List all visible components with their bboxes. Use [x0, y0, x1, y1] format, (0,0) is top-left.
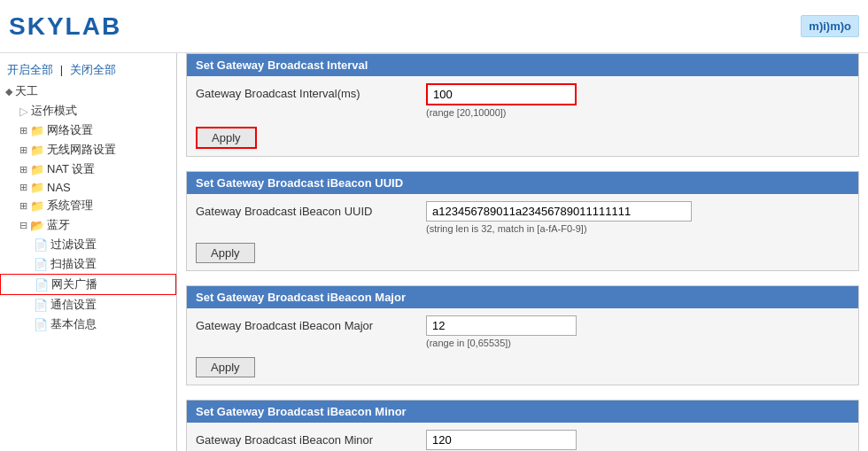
- sidebar-item-bluetooth[interactable]: ⊟ 📂 蓝牙: [0, 215, 176, 235]
- field-label-interval: Gateway Broadcast Interval(ms): [196, 83, 426, 100]
- expand-icon: ⊞: [19, 164, 27, 175]
- apply-button-interval[interactable]: Apply: [196, 127, 257, 149]
- field-label-minor: Gateway Broadcast iBeacon Minor: [196, 430, 426, 447]
- section-body-minor: Gateway Broadcast iBeacon Minor (range i…: [187, 423, 858, 451]
- section-header-minor: Set Gateway Broadcast iBeacon Minor: [187, 400, 858, 423]
- section-header-uuid: Set Gateway Broadcast iBeacon UUID: [187, 172, 858, 194]
- main-layout: 开启全部 | 关闭全部 ◆ 天工 ▷ 运作模式 ⊞ 📁 网络设置 ⊞ 📁 无线网…: [0, 53, 868, 451]
- field-label-major: Gateway Broadcast iBeacon Major: [196, 315, 426, 332]
- sidebar: 开启全部 | 关闭全部 ◆ 天工 ▷ 运作模式 ⊞ 📁 网络设置 ⊞ 📁 无线网…: [0, 53, 177, 451]
- mimo-badge: m)i)m)o: [801, 15, 859, 37]
- section-body-broadcast-interval: Gateway Broadcast Interval(ms) (range [2…: [187, 76, 858, 156]
- field-row-interval: Gateway Broadcast Interval(ms) (range [2…: [196, 83, 849, 118]
- major-input[interactable]: [426, 315, 577, 336]
- sidebar-item-label: 网络设置: [47, 122, 93, 138]
- sidebar-item-label: NAT 设置: [47, 161, 95, 177]
- sidebar-item-label: 过滤设置: [50, 237, 97, 253]
- sidebar-item-filter[interactable]: 📄 过滤设置: [0, 235, 176, 254]
- folder-icon: 📁: [30, 181, 44, 194]
- main-content: Set Gateway Broadcast Interval Gateway B…: [177, 53, 868, 451]
- sidebar-item-system[interactable]: ⊞ 📁 系统管理: [0, 196, 176, 215]
- section-ibeacon-uuid: Set Gateway Broadcast iBeacon UUID Gatew…: [186, 171, 859, 271]
- field-input-group-major: (range in [0,65535]): [426, 315, 577, 348]
- sidebar-item-label: 网关广播: [51, 276, 97, 292]
- sidebar-item-gateway-broadcast[interactable]: 📄 网关广播: [0, 274, 176, 295]
- sidebar-item-yunzuomoshi[interactable]: ▷ 运作模式: [0, 101, 176, 121]
- sidebar-toggle: 开启全部 | 关闭全部: [0, 58, 176, 82]
- folder-icon: 📁: [30, 124, 44, 137]
- section-ibeacon-minor: Set Gateway Broadcast iBeacon Minor Gate…: [186, 400, 859, 451]
- sidebar-item-nas[interactable]: ⊞ 📁 NAS: [0, 179, 176, 196]
- sidebar-item-label: 运作模式: [31, 103, 77, 119]
- sidebar-item-tiangong[interactable]: ◆ 天工: [0, 82, 176, 101]
- section-body-major: Gateway Broadcast iBeacon Major (range i…: [187, 308, 858, 385]
- page-icon: 📄: [34, 238, 48, 252]
- page-icon: 📄: [34, 258, 48, 271]
- sidebar-item-label: 基本信息: [50, 316, 97, 332]
- section-body-uuid: Gateway Broadcast iBeacon UUID (string l…: [187, 194, 858, 270]
- logo-text: SKYLAB: [9, 12, 121, 40]
- sidebar-item-scan[interactable]: 📄 扫描设置: [0, 254, 176, 274]
- page-icon: 📄: [35, 278, 49, 292]
- sidebar-item-label: 无线网路设置: [47, 142, 116, 158]
- sidebar-item-comm[interactable]: 📄 通信设置: [0, 295, 176, 315]
- open-all-link[interactable]: 开启全部: [7, 63, 53, 76]
- separator: |: [60, 63, 63, 76]
- sidebar-item-label: 天工: [15, 83, 38, 99]
- field-row-minor: Gateway Broadcast iBeacon Minor (range i…: [196, 430, 849, 451]
- root-icon: ◆: [5, 86, 12, 97]
- sidebar-item-label: NAS: [47, 181, 71, 194]
- folder-icon: 📁: [30, 199, 44, 213]
- apply-button-major[interactable]: Apply: [196, 357, 255, 377]
- field-row-uuid: Gateway Broadcast iBeacon UUID (string l…: [196, 201, 849, 234]
- close-all-link[interactable]: 关闭全部: [70, 63, 116, 76]
- app-header: SKYLAB m)i)m)o: [0, 0, 868, 53]
- sidebar-item-wireless[interactable]: ⊞ 📁 无线网路设置: [0, 140, 176, 159]
- folder-icon: 📂: [30, 219, 44, 232]
- folder-icon: 📁: [30, 163, 44, 176]
- sidebar-item-nat[interactable]: ⊞ 📁 NAT 设置: [0, 159, 176, 179]
- sidebar-item-label: 系统管理: [47, 198, 93, 214]
- expand-icon: ⊞: [19, 125, 27, 136]
- field-input-group-interval: (range [20,10000]): [426, 83, 577, 118]
- field-label-uuid: Gateway Broadcast iBeacon UUID: [196, 201, 426, 218]
- field-row-major: Gateway Broadcast iBeacon Major (range i…: [196, 315, 849, 348]
- sidebar-item-wangluoshezhi[interactable]: ⊞ 📁 网络设置: [0, 121, 176, 140]
- expand-icon: ⊞: [19, 144, 27, 156]
- section-broadcast-interval: Set Gateway Broadcast Interval Gateway B…: [186, 53, 859, 157]
- collapse-icon: ⊟: [19, 220, 27, 231]
- folder-icon: 📁: [30, 144, 44, 157]
- section-header-broadcast-interval: Set Gateway Broadcast Interval: [187, 54, 858, 76]
- apply-button-uuid[interactable]: Apply: [196, 243, 255, 263]
- sidebar-item-label: 扫描设置: [50, 256, 97, 272]
- field-input-group-minor: (range in [0,65535]): [426, 430, 577, 451]
- page-icon: 📄: [34, 299, 48, 312]
- expand-icon: ⊞: [19, 200, 27, 212]
- skylab-logo: SKYLAB: [9, 12, 121, 41]
- section-header-major: Set Gateway Broadcast iBeacon Major: [187, 286, 858, 308]
- field-input-group-uuid: (string len is 32, match in [a-fA-F0-9]): [426, 201, 692, 234]
- uuid-hint: (string len is 32, match in [a-fA-F0-9]): [426, 223, 692, 234]
- page-icon: ▷: [19, 105, 28, 118]
- sidebar-item-label: 通信设置: [50, 297, 97, 313]
- interval-input[interactable]: [426, 83, 577, 105]
- interval-hint: (range [20,10000]): [426, 107, 577, 118]
- expand-icon: ⊞: [19, 182, 27, 193]
- uuid-input[interactable]: [426, 201, 692, 222]
- minor-input[interactable]: [426, 430, 577, 450]
- sidebar-item-basic-info[interactable]: 📄 基本信息: [0, 315, 176, 334]
- sidebar-item-label: 蓝牙: [47, 217, 70, 233]
- major-hint: (range in [0,65535]): [426, 338, 577, 348]
- section-ibeacon-major: Set Gateway Broadcast iBeacon Major Gate…: [186, 285, 859, 385]
- page-icon: 📄: [34, 318, 48, 331]
